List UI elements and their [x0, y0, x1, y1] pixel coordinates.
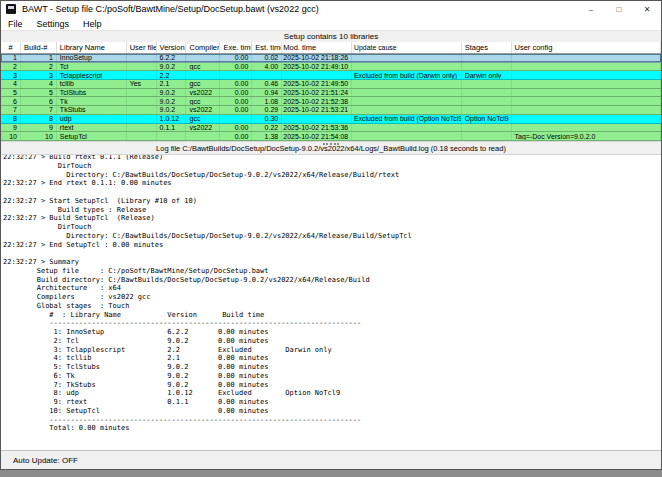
cell-name: tcllib [57, 80, 127, 88]
table-row[interactable]: 88udp1.0.12gcc0.30Excluded from build (O… [1, 115, 661, 124]
cell-user-file [127, 132, 157, 140]
column-header--[interactable]: # [1, 42, 21, 53]
column-header-user-file[interactable]: User file [127, 42, 157, 53]
cell-build: 2 [21, 63, 57, 71]
column-header-version[interactable]: Version [157, 42, 187, 53]
cell-compiler [186, 132, 220, 140]
cell-mod: 2025-10-02 21:52:38 [282, 97, 352, 105]
cell-name: Tk [57, 97, 127, 105]
menu-bar: FileSettingsHelp [1, 17, 661, 30]
table-row[interactable]: 22Tcl9.0.2gcc0.004.002025-10-02 21:49:10 [1, 63, 661, 72]
cell-build: 1 [21, 54, 57, 62]
cell-user-file [127, 54, 157, 62]
cell-num: 1 [1, 54, 21, 62]
cell-version: 9.0.2 [157, 89, 187, 97]
cell-exe [220, 115, 252, 123]
cell-mod: 2025-10-02 21:49:10 [282, 63, 352, 71]
cell-cause [352, 54, 462, 62]
column-header-update-cause[interactable]: Update cause [352, 42, 462, 53]
column-header-stages[interactable]: Stages [462, 42, 512, 53]
cell-stages [462, 80, 512, 88]
cell-config [512, 63, 662, 71]
table-row[interactable]: 66Tk9.0.2gcc0.001.082025-10-02 21:52:38 [1, 97, 661, 106]
auto-update-status: Auto Update: OFF [13, 456, 78, 465]
cell-num: 4 [1, 80, 21, 88]
cell-exe: 0.00 [220, 106, 252, 114]
cell-user-file [127, 124, 157, 132]
status-bar: Auto Update: OFF [1, 450, 661, 469]
cell-build: 4 [21, 80, 57, 88]
cell-version: 6.2.2 [157, 54, 187, 62]
column-header-compiler[interactable]: Compiler [186, 42, 220, 53]
cell-cause [352, 63, 462, 71]
cell-name: TkStubs [57, 106, 127, 114]
cell-stages [462, 97, 512, 105]
cell-version: 2.1 [157, 80, 187, 88]
cell-mod [282, 71, 352, 79]
cell-build: 7 [21, 106, 57, 114]
column-header-exe-time[interactable]: Exe. time [220, 42, 252, 53]
cell-compiler: gcc [186, 97, 220, 105]
cell-user-file [127, 89, 157, 97]
sash-grip[interactable] [323, 143, 339, 146]
cell-config: Tag=-Doc Version=9.0.2.0 [512, 132, 662, 140]
cell-name: TclStubs [57, 89, 127, 97]
cell-exe: 0.00 [220, 80, 252, 88]
cell-est: 0.02 [252, 54, 282, 62]
cell-version: 1.0.12 [157, 115, 187, 123]
table-row[interactable]: 11InnoSetup6.2.20.000.022025-10-02 21:18… [1, 54, 661, 63]
cell-mod: 2025-10-02 21:53:36 [282, 124, 352, 132]
app-icon [6, 4, 16, 14]
cell-version: 9.0.2 [157, 97, 187, 105]
cell-num: 6 [1, 97, 21, 105]
cell-mod: 2025-10-02 21:54:08 [282, 132, 352, 140]
info-bar: Setup contains 10 libraries [1, 30, 661, 42]
column-header-mod-time[interactable]: Mod. time [282, 42, 352, 53]
cell-stages [462, 54, 512, 62]
cell-stages [462, 132, 512, 140]
column-header-user-config[interactable]: User config [512, 42, 662, 53]
menu-item-settings[interactable]: Settings [30, 19, 77, 29]
console-text[interactable]: 22:32:27 > Build rtext 0.1.1 (Release) D… [1, 154, 661, 433]
cell-build: 10 [21, 132, 57, 140]
cell-exe: 0.00 [220, 132, 252, 140]
table-row[interactable]: 44tcllibYes2.1gcc0.000.462025-10-02 21:4… [1, 80, 661, 89]
cell-cause [352, 106, 462, 114]
minimize-button[interactable]: – [577, 1, 605, 17]
cell-cause [352, 124, 462, 132]
cell-num: 2 [1, 63, 21, 71]
cell-exe [220, 71, 252, 79]
cell-mod: 2025-10-02 21:18:26 [282, 54, 352, 62]
table-row[interactable]: 1010SetupTcl0.001.382025-10-02 21:54:08T… [1, 132, 661, 141]
column-header-build-[interactable]: Build-# [21, 42, 57, 53]
cell-cause [352, 97, 462, 105]
cell-compiler: gcc [186, 63, 220, 71]
cell-compiler [186, 54, 220, 62]
table-body: 11InnoSetup6.2.20.000.022025-10-02 21:18… [1, 54, 661, 141]
cell-est [252, 71, 282, 79]
table-row[interactable]: 55TclStubs9.0.2vs20220.000.942025-10-02 … [1, 89, 661, 98]
maximize-button[interactable]: □ [605, 1, 633, 17]
column-header-library-name[interactable]: Library Name [57, 42, 127, 53]
cell-version: 9.0.2 [157, 106, 187, 114]
table-row[interactable]: 99rtext0.1.1vs20220.000.222025-10-02 21:… [1, 124, 661, 133]
cell-mod: 2025-10-02 21:49:50 [282, 80, 352, 88]
cell-user-file [127, 71, 157, 79]
table-row[interactable]: 77TkStubs9.0.2vs20220.000.292025-10-02 2… [1, 106, 661, 115]
cell-stages [462, 124, 512, 132]
column-header-est-time[interactable]: Est. time [252, 42, 282, 53]
cell-cause [352, 80, 462, 88]
console-pane[interactable]: 22:32:27 > Build rtext 0.1.1 (Release) D… [1, 154, 661, 450]
menu-item-file[interactable]: File [1, 19, 30, 29]
cell-config [512, 106, 662, 114]
cell-num: 3 [1, 71, 21, 79]
table-row[interactable]: 33Tclapplescript2.2Excluded from build (… [1, 71, 661, 80]
cell-num: 7 [1, 106, 21, 114]
cell-est: 0.30 [252, 115, 282, 123]
cell-name: InnoSetup [57, 54, 127, 62]
cell-config [512, 115, 662, 123]
cell-version [157, 132, 187, 140]
menu-item-help[interactable]: Help [76, 19, 109, 29]
cell-compiler: vs2022 [186, 124, 220, 132]
close-button[interactable]: ✕ [633, 1, 661, 17]
